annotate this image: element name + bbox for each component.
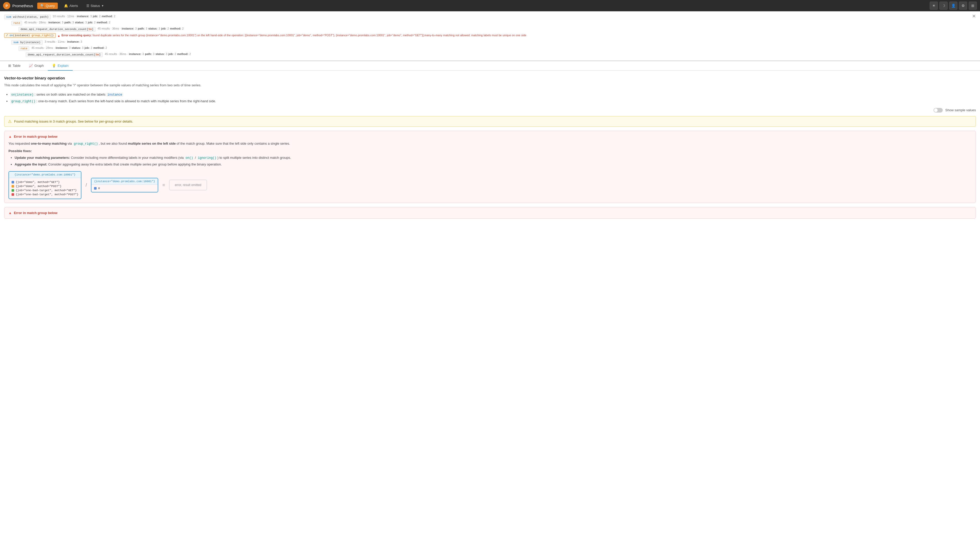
tree-code-6[interactable]: rate [19, 46, 29, 51]
series-dot-2 [11, 185, 14, 188]
result-text: error, result omitted [175, 183, 201, 187]
brand-icon: P [3, 2, 10, 9]
tree-code-4[interactable]: / on(instance) group_right() [4, 33, 56, 38]
series-dot-4 [11, 193, 14, 196]
query-tree: sum without(status, path) 10 results · 1… [0, 11, 980, 61]
match-diagram: {instance="demo.promlabs.com:10001"} {jo… [8, 171, 972, 199]
rhs-value-text: 0 [98, 187, 100, 190]
tab-table[interactable]: ⊞ Table [4, 61, 25, 71]
series-label-2: {job="demo", method="POST"} [16, 185, 61, 188]
tree-node-3: demo_api_request_duration_seconds_count[… [4, 26, 976, 32]
tree-meta-2: 45 results · 28ms · instance:3 path:3 st… [24, 21, 110, 24]
rhs-value-row: 0 [94, 187, 155, 190]
sample-values-toggle-row: Show sample values [4, 108, 976, 112]
alerts-link[interactable]: 🔔 Alerts [62, 3, 80, 9]
lhs-box: {instance="demo.promlabs.com:10001"} {jo… [8, 171, 82, 199]
tree-meta-1: 10 results · 12ms · instance:3 job:2 met… [53, 14, 115, 18]
brand-title: Prometheus [12, 3, 33, 8]
bell-icon: 🔔 [64, 4, 68, 8]
bullet-2: group_right(): one-to-many match. Each s… [10, 99, 976, 104]
error-triangle-icon: ▲ [8, 135, 12, 138]
tree-meta-7: 45 results · 36ms · instance:3 path:3 st… [105, 53, 191, 56]
status-link[interactable]: ☰ Status ▼ [84, 3, 106, 9]
op-symbol: / [86, 183, 87, 188]
series-dot-1 [11, 181, 14, 183]
fix-bullets: Update your matching parameters: Conside… [8, 155, 972, 167]
tree-code-1[interactable]: sum without(status, path) [4, 14, 51, 19]
tree-node-4: / on(instance) group_right() ● Error exe… [4, 32, 976, 39]
query-button[interactable]: 🔍 Query [37, 3, 58, 9]
lhs-series-4: {job="one-bad-target", method="POST"} [11, 192, 78, 197]
series-label-1: {job="demo", method="GET"} [16, 181, 60, 184]
rhs-dot [94, 187, 96, 189]
sample-values-toggle[interactable] [934, 108, 943, 112]
bottom-error-card: ▲ Error in match group below [4, 207, 976, 219]
tree-code-2[interactable]: rate [11, 21, 22, 26]
tree-node-7: demo_api_request_duration_seconds_count[… [4, 51, 976, 58]
table-icon: ⊞ [8, 64, 11, 67]
fix-2: Aggregate the input: Consider aggregatin… [14, 162, 972, 167]
ignoring-code: ignoring() [197, 156, 217, 160]
warning-icon: ⚠ [8, 119, 11, 124]
series-dot-3 [11, 189, 14, 192]
tree-node-6: rate 45 results · 28ms · instance:3 stat… [4, 45, 976, 51]
possible-fixes-label: Possible fixes: [8, 149, 972, 154]
error-body-text: You requested one-to-many matching via g… [8, 141, 972, 146]
tree-node-1: sum without(status, path) 10 results · 1… [4, 14, 976, 20]
navbar: P Prometheus 🔍 Query 🔔 Alerts ☰ Status ▼… [0, 0, 980, 11]
error-card-title: ▲ Error in match group below [8, 135, 972, 138]
tree-meta-5: 3 results · 11ms · instance:3 [45, 40, 82, 43]
tree-code-7[interactable]: demo_api_request_duration_seconds_count[… [26, 53, 103, 57]
bullet-1: on(instance): series on both sides are m… [10, 92, 976, 97]
explain-title: Vector-to-vector binary operation [4, 76, 976, 80]
explain-description: This node calculates the result of apply… [4, 83, 976, 88]
instance-label-code: instance [106, 93, 123, 97]
equals-symbol: = [162, 183, 165, 188]
on-code: on() [185, 156, 194, 160]
close-button[interactable]: ✕ [972, 13, 976, 19]
rhs-body: 0 [91, 185, 158, 192]
tree-node-2: rate 45 results · 28ms · instance:3 path… [4, 20, 976, 26]
warning-banner: ⚠ Found matching issues in 3 match group… [4, 116, 976, 127]
group-right-code: group_right() [10, 99, 37, 104]
explain-icon: 💡 [52, 64, 56, 67]
user-icon[interactable]: 👤 [949, 2, 958, 10]
error-line-4: ● Error executing query: found duplicate… [58, 33, 976, 38]
search-icon: 🔍 [40, 4, 45, 8]
settings-icon[interactable]: ⚙ [959, 2, 967, 10]
tree-node-5: sum by(instance) 3 results · 11ms · inst… [4, 39, 976, 45]
explain-content: Vector-to-vector binary operation This n… [0, 71, 980, 226]
result-box: error, result omitted [169, 180, 207, 190]
bottom-error-icon: ▲ [8, 211, 12, 215]
toggle-label: Show sample values [945, 108, 976, 112]
nav-right: ☀ ☽ 👤 ⚙ ⊞ [930, 2, 977, 10]
tab-graph[interactable]: 📈 Graph [25, 61, 48, 71]
lhs-header: {instance="demo.promlabs.com:10001"} [9, 172, 81, 178]
series-label-4: {job="one-bad-target", method="POST"} [16, 193, 78, 196]
tree-meta-3: 45 results · 36ms · instance:3 path:3 st… [98, 27, 184, 30]
lhs-body: {job="demo", method="GET"} {job="demo", … [9, 178, 81, 199]
moon-icon[interactable]: ☽ [939, 2, 948, 10]
bottom-error-title: ▲ Error in match group below [8, 211, 972, 215]
rhs-header: {instance="demo.promlabs.com:10001"} [91, 178, 158, 185]
lhs-series-3: {job="one-bad-target", method="GET"} [11, 188, 78, 192]
error-dot-icon: ● [58, 34, 60, 38]
theme-toggle-icon[interactable]: ☀ [930, 2, 938, 10]
tree-code-3[interactable]: demo_api_request_duration_seconds_count[… [19, 27, 96, 32]
graph-icon: 📈 [29, 64, 33, 67]
query-tree-inner: sum without(status, path) 10 results · 1… [0, 11, 980, 61]
chevron-down-icon: ▼ [101, 4, 104, 7]
tree-code-5[interactable]: sum by(instance) [11, 40, 43, 45]
grid-icon[interactable]: ⊞ [969, 2, 977, 10]
error-card-body: You requested one-to-many matching via g… [8, 141, 972, 167]
error-text-4: Error executing query: found duplicate s… [61, 34, 526, 37]
tree-meta-6: 45 results · 28ms · instance:3 status:3 … [31, 46, 107, 49]
lhs-series-1: {job="demo", method="GET"} [11, 180, 78, 184]
group-right-inline: group_right() [73, 142, 99, 146]
status-icon: ☰ [86, 4, 90, 8]
error-card: ▲ Error in match group below You request… [4, 131, 976, 203]
tab-explain[interactable]: 💡 Explain [48, 61, 73, 71]
explain-bullets: on(instance): series on both sides are m… [4, 92, 976, 104]
brand: P Prometheus [3, 2, 33, 9]
lhs-series-2: {job="demo", method="POST"} [11, 184, 78, 188]
